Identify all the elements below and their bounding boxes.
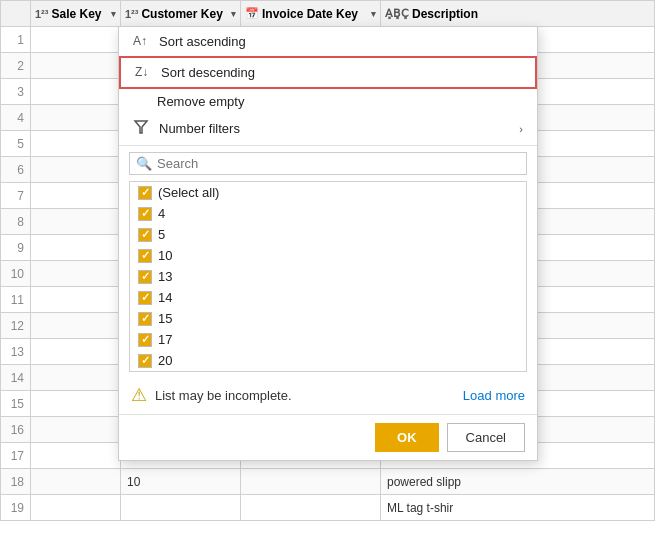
ok-button[interactable]: OK — [375, 423, 439, 452]
checklist-value-17: 17 — [158, 332, 172, 347]
sale-key-type-icon: 1²³ — [35, 8, 48, 20]
table-container: 1²³ Sale Key ▾ 1²³ Customer Key ▾ 📅 — [0, 0, 655, 538]
checklist-value-4: 4 — [158, 206, 165, 221]
invoice-date-type-icon: 📅 — [245, 7, 259, 20]
sort-ascending-item[interactable]: A↑ Sort ascending — [119, 27, 537, 56]
number-filters-arrow: › — [519, 123, 523, 135]
invoice-date-label: Invoice Date Key — [262, 7, 358, 21]
search-input[interactable] — [157, 156, 520, 171]
load-more-link[interactable]: Load more — [463, 388, 525, 403]
table-row: 18 10 powered slipp — [1, 469, 655, 495]
filter-dropdown-panel: A↑ Sort ascending Z↓ Sort descending Rem… — [118, 26, 538, 461]
checklist-item-20[interactable]: 20 — [130, 350, 526, 371]
table-row: 19 ML tag t-shir — [1, 495, 655, 521]
checkbox-10[interactable] — [138, 249, 152, 263]
number-filters-item[interactable]: Number filters › — [119, 114, 537, 143]
dialog-buttons: OK Cancel — [119, 414, 537, 460]
checkbox-13[interactable] — [138, 270, 152, 284]
svg-marker-2 — [135, 121, 147, 133]
search-icon: 🔍 — [136, 156, 152, 171]
customer-key-label: Customer Key — [141, 7, 222, 21]
select-all-item[interactable]: (Select all) — [130, 182, 526, 203]
description-label: Description — [412, 7, 478, 21]
invoice-date-dropdown-icon[interactable]: ▾ — [371, 9, 376, 19]
row-num-header — [1, 1, 31, 27]
filter-checklist[interactable]: (Select all) 4 5 10 13 — [129, 181, 527, 372]
checklist-value-15: 15 — [158, 311, 172, 326]
sort-descending-icon: Z↓ — [135, 63, 153, 82]
customer-key-header[interactable]: 1²³ Customer Key ▾ — [121, 1, 241, 27]
separator — [119, 145, 537, 146]
checklist-item-13[interactable]: 13 — [130, 266, 526, 287]
checklist-item-17[interactable]: 17 — [130, 329, 526, 350]
checklist-item-14[interactable]: 14 — [130, 287, 526, 308]
sort-ascending-icon: A↑ — [133, 32, 151, 51]
checkbox-5[interactable] — [138, 228, 152, 242]
sort-descending-label: Sort descending — [161, 65, 255, 80]
svg-text:A↑: A↑ — [133, 34, 147, 48]
checklist-item-10[interactable]: 10 — [130, 245, 526, 266]
checkbox-15[interactable] — [138, 312, 152, 326]
sort-descending-item[interactable]: Z↓ Sort descending — [119, 56, 537, 89]
sale-key-dropdown-icon[interactable]: ▾ — [111, 9, 116, 19]
checklist-value-20: 20 — [158, 353, 172, 368]
sort-ascending-label: Sort ascending — [159, 34, 246, 49]
remove-empty-label: Remove empty — [157, 94, 244, 109]
number-filters-label: Number filters — [159, 121, 240, 136]
warning-text: List may be incomplete. — [155, 388, 292, 403]
checklist-value-13: 13 — [158, 269, 172, 284]
remove-empty-item[interactable]: Remove empty — [119, 89, 537, 114]
checklist-value-10: 10 — [158, 248, 172, 263]
checkbox-20[interactable] — [138, 354, 152, 368]
checklist-value-14: 14 — [158, 290, 172, 305]
description-type-icon: A͓B͓C͓ — [385, 7, 409, 20]
warning-bar: ⚠ List may be incomplete. Load more — [119, 376, 537, 414]
checkbox-14[interactable] — [138, 291, 152, 305]
invoice-date-key-header[interactable]: 📅 Invoice Date Key ▾ — [241, 1, 381, 27]
row-num-cell: 1 — [1, 27, 31, 53]
warning-icon: ⚠ — [131, 384, 147, 406]
checklist-item-4[interactable]: 4 — [130, 203, 526, 224]
customer-key-type-icon: 1²³ — [125, 8, 138, 20]
sale-key-header[interactable]: 1²³ Sale Key ▾ — [31, 1, 121, 27]
checkbox-17[interactable] — [138, 333, 152, 347]
number-filters-icon — [133, 119, 151, 138]
checklist-item-5[interactable]: 5 — [130, 224, 526, 245]
cancel-button[interactable]: Cancel — [447, 423, 525, 452]
sale-cell — [31, 27, 121, 53]
select-all-checkbox[interactable] — [138, 186, 152, 200]
select-all-label: (Select all) — [158, 185, 219, 200]
sale-key-label: Sale Key — [51, 7, 101, 21]
checklist-value-5: 5 — [158, 227, 165, 242]
checkbox-4[interactable] — [138, 207, 152, 221]
customer-key-dropdown-icon[interactable]: ▾ — [231, 9, 236, 19]
search-box[interactable]: 🔍 — [129, 152, 527, 175]
checklist-item-15[interactable]: 15 — [130, 308, 526, 329]
svg-text:Z↓: Z↓ — [135, 65, 148, 79]
description-header[interactable]: A͓B͓C͓ Description — [381, 1, 655, 27]
